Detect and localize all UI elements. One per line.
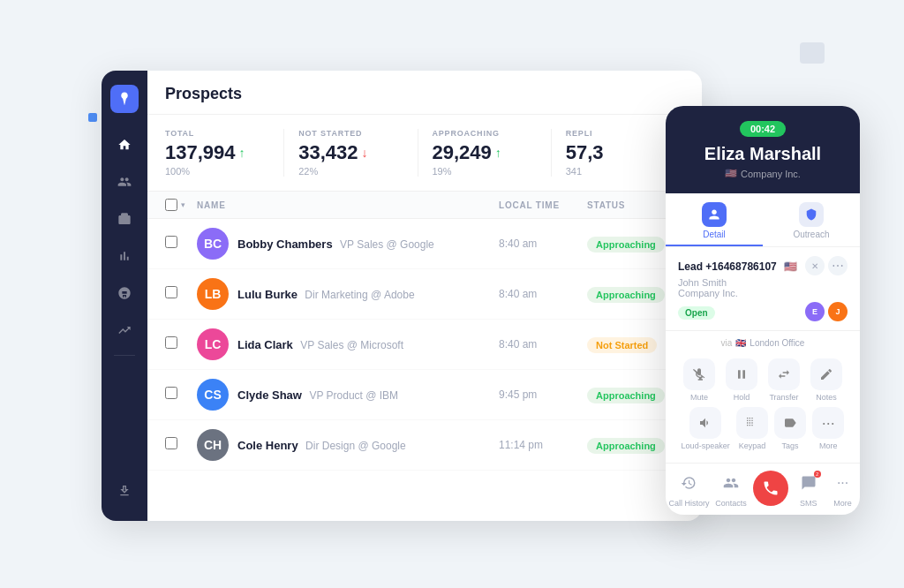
contacts-icon — [717, 469, 745, 497]
lead-action-btn-2[interactable]: ⋯ — [828, 256, 848, 275]
table-row[interactable]: BC Bobby Chambers VP Sales @ Google 8:40… — [147, 219, 702, 269]
sidebar-item-briefcase[interactable] — [109, 203, 140, 235]
sms-label: SMS — [800, 499, 817, 508]
lead-sub-name: John Smith — [678, 277, 848, 288]
table-row[interactable]: LC Lida Clark VP Sales @ Microsoft 8:40 … — [147, 320, 702, 370]
nav-contacts[interactable]: Contacts — [715, 469, 747, 508]
stat-not-started-arrow: ↓ — [362, 146, 368, 160]
chevron-down-icon: ▾ — [181, 200, 185, 209]
status-badge-1: Approaching — [587, 237, 665, 253]
page-header: Prospects — [147, 71, 702, 115]
mute-button[interactable]: Mute — [683, 358, 715, 402]
row-checkbox-1[interactable] — [165, 236, 177, 248]
tab-outreach[interactable]: Outreach — [763, 193, 860, 246]
row-info-3: Lida Clark VP Sales @ Microsoft — [237, 336, 499, 352]
phone-overlay: 00:42 Eliza Marshall 🇺🇸 Company Inc. Det… — [666, 106, 860, 515]
stat-approaching-percent: 19% — [433, 166, 537, 177]
more-icon: ··· — [812, 407, 844, 439]
stat-divider-3 — [551, 129, 552, 177]
table-row[interactable]: LB Lulu Burke Dir Marketing @ Adobe 8:40… — [147, 269, 702, 320]
status-badge-2: Approaching — [587, 287, 665, 303]
office-name: London Office — [750, 338, 804, 348]
sidebar-item-search[interactable] — [109, 277, 140, 309]
decorative-dot-tl — [88, 113, 97, 122]
notes-icon — [810, 358, 842, 390]
controls-row-2: Loud-speaker Keypad Tags ··· — [678, 407, 848, 450]
transfer-label: Transfer — [769, 393, 798, 402]
stat-not-started-percent: 22% — [298, 166, 403, 177]
sidebar-divider — [114, 355, 135, 356]
transfer-button[interactable]: Transfer — [768, 358, 800, 402]
stat-divider-2 — [418, 129, 418, 177]
stat-total-value: 137,994 — [165, 141, 236, 164]
row-checkbox-3[interactable] — [165, 336, 177, 349]
keypad-icon — [736, 407, 768, 439]
hold-icon — [726, 358, 757, 390]
stat-divider-1 — [283, 129, 284, 177]
table-row[interactable]: CH Cole Henry Dir Design @ Google 11:14 … — [147, 420, 702, 471]
loudspeaker-label: Loud-speaker — [682, 441, 730, 450]
row-name-2: Lulu Burke — [237, 288, 298, 301]
caller-name: Eliza Marshall — [680, 144, 846, 164]
avatar-row: E J — [805, 302, 848, 321]
stat-not-started: NOT STARTED 33,432 ↓ 22% — [298, 129, 417, 177]
notes-button[interactable]: Notes — [810, 358, 842, 402]
controls-row-1: Mute Hold Transfer — [678, 358, 848, 402]
keypad-button[interactable]: Keypad — [736, 407, 768, 450]
tags-icon — [774, 407, 806, 439]
tags-label: Tags — [782, 441, 799, 450]
row-checkbox-5[interactable] — [165, 437, 177, 449]
end-call-icon — [753, 471, 788, 506]
stat-approaching-arrow: ↑ — [495, 146, 501, 160]
stat-replies-percent: 341 — [566, 166, 670, 177]
status-badge-3: Not Started — [587, 337, 657, 353]
loudspeaker-button[interactable]: Loud-speaker — [682, 407, 730, 450]
stat-approaching: APPROACHING 29,249 ↑ 19% — [433, 129, 551, 177]
row-name-4: Clyde Shaw — [237, 388, 302, 402]
avatar-3: LC — [197, 328, 229, 360]
sidebar-item-home[interactable] — [109, 129, 140, 161]
hold-button[interactable]: Hold — [726, 358, 757, 402]
nav-sms[interactable]: 2 SMS — [795, 469, 823, 508]
row-title-3: VP Sales @ Microsoft — [300, 339, 403, 351]
sidebar-item-download[interactable] — [109, 475, 140, 507]
tab-detail[interactable]: Detail — [666, 193, 763, 246]
nav-more[interactable]: ··· More — [829, 469, 857, 508]
table-row[interactable]: CS Clyde Shaw VP Product @ IBM 9:45 pm A… — [147, 370, 702, 420]
col-time-header: LOCAL TIME — [499, 200, 587, 210]
main-content: Prospects TOTAL 137,994 ↑ 100% NOT START… — [147, 71, 702, 521]
row-checkbox-2[interactable] — [165, 286, 177, 298]
sidebar-item-analytics[interactable] — [109, 314, 140, 346]
row-title-4: VP Product @ IBM — [309, 389, 398, 402]
app-logo[interactable] — [110, 85, 139, 113]
tab-detail-label: Detail — [703, 230, 726, 239]
select-all-checkbox[interactable] — [165, 199, 177, 211]
tags-button[interactable]: Tags — [774, 407, 806, 450]
sidebar-item-chart[interactable] — [109, 240, 140, 272]
decorative-dot-gray — [800, 42, 825, 64]
app-container: Prospects TOTAL 137,994 ↑ 100% NOT START… — [102, 71, 702, 521]
prospects-table: BC Bobby Chambers VP Sales @ Google 8:40… — [147, 219, 702, 521]
stat-total-label: TOTAL — [165, 129, 269, 138]
row-checkbox-4[interactable] — [165, 387, 177, 399]
stat-replies-value: 57,3 — [566, 141, 604, 164]
mute-label: Mute — [690, 393, 708, 402]
stat-total-arrow: ↑ — [239, 146, 245, 160]
sidebar-item-people[interactable] — [109, 166, 140, 198]
mini-avatar-2: J — [828, 302, 848, 321]
detail-tab-icon — [702, 202, 727, 227]
call-header: 00:42 Eliza Marshall 🇺🇸 Company Inc. — [666, 106, 860, 193]
office-label: via 🇬🇧 London Office — [666, 331, 860, 351]
nav-end-call[interactable] — [753, 471, 788, 506]
lead-action-btn-1[interactable]: ✕ — [805, 256, 825, 275]
row-info-5: Cole Henry Dir Design @ Google — [237, 437, 499, 453]
avatar-2: LB — [197, 278, 229, 310]
sms-icon: 2 — [795, 469, 823, 497]
more-button[interactable]: ··· More — [812, 407, 844, 450]
row-title-5: Dir Design @ Google — [305, 440, 406, 452]
flag-icon: 🇺🇸 — [725, 168, 737, 179]
row-name-5: Cole Henry — [237, 439, 298, 452]
hold-label: Hold — [734, 393, 750, 402]
nav-call-history[interactable]: Call History — [668, 469, 709, 508]
row-time-2: 8:40 am — [499, 288, 587, 300]
